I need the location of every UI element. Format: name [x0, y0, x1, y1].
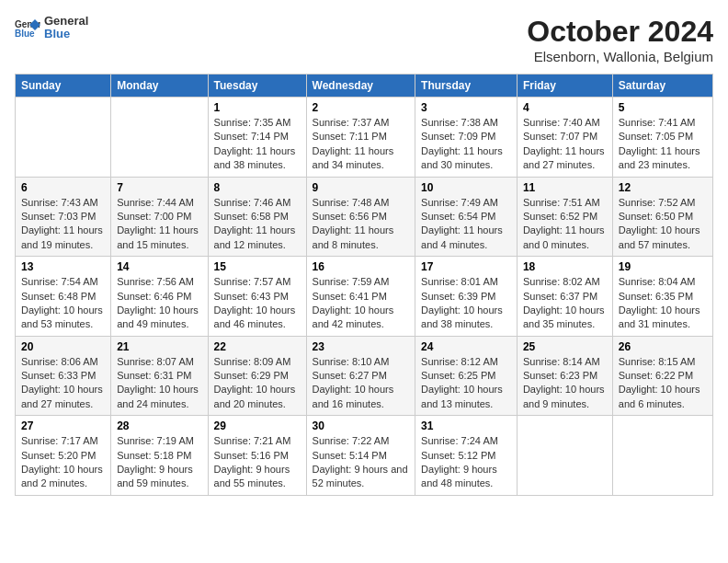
day-info: Sunrise: 7:22 AM Sunset: 5:14 PM Dayligh… — [313, 434, 410, 491]
day-number: 13 — [21, 260, 105, 273]
day-info: Sunrise: 7:41 AM Sunset: 7:05 PM Dayligh… — [619, 116, 707, 173]
day-info: Sunrise: 7:44 AM Sunset: 7:00 PM Dayligh… — [117, 196, 201, 253]
day-info: Sunrise: 7:48 AM Sunset: 6:56 PM Dayligh… — [313, 196, 410, 253]
column-header-thursday: Thursday — [415, 75, 518, 98]
day-number: 19 — [619, 260, 707, 273]
calendar-cell: 23Sunrise: 8:10 AM Sunset: 6:27 PM Dayli… — [306, 336, 415, 416]
calendar-week-row: 1Sunrise: 7:35 AM Sunset: 7:14 PM Daylig… — [16, 98, 713, 178]
calendar-cell: 31Sunrise: 7:24 AM Sunset: 5:12 PM Dayli… — [415, 416, 518, 496]
calendar-cell: 1Sunrise: 7:35 AM Sunset: 7:14 PM Daylig… — [208, 98, 306, 178]
day-number: 31 — [421, 419, 511, 432]
day-number: 2 — [313, 101, 410, 114]
calendar-cell: 19Sunrise: 8:04 AM Sunset: 6:35 PM Dayli… — [612, 257, 712, 337]
calendar-cell: 26Sunrise: 8:15 AM Sunset: 6:22 PM Dayli… — [612, 336, 712, 416]
day-info: Sunrise: 8:07 AM Sunset: 6:31 PM Dayligh… — [117, 355, 201, 412]
day-number: 26 — [619, 340, 707, 353]
logo-general-text: General — [44, 15, 88, 28]
day-number: 9 — [313, 181, 410, 194]
day-info: Sunrise: 8:14 AM Sunset: 6:23 PM Dayligh… — [523, 355, 607, 412]
day-number: 21 — [117, 340, 201, 353]
calendar-cell: 30Sunrise: 7:22 AM Sunset: 5:14 PM Dayli… — [306, 416, 415, 496]
calendar-cell — [517, 416, 612, 496]
day-info: Sunrise: 8:15 AM Sunset: 6:22 PM Dayligh… — [619, 355, 707, 412]
calendar-cell: 5Sunrise: 7:41 AM Sunset: 7:05 PM Daylig… — [612, 98, 712, 178]
column-header-monday: Monday — [111, 75, 208, 98]
day-number: 12 — [619, 181, 707, 194]
day-info: Sunrise: 8:12 AM Sunset: 6:25 PM Dayligh… — [421, 355, 511, 412]
svg-text:Blue: Blue — [15, 29, 35, 38]
calendar-cell: 17Sunrise: 8:01 AM Sunset: 6:39 PM Dayli… — [415, 257, 518, 337]
day-number: 22 — [214, 340, 301, 353]
calendar-week-row: 13Sunrise: 7:54 AM Sunset: 6:48 PM Dayli… — [16, 257, 713, 337]
calendar-cell: 15Sunrise: 7:57 AM Sunset: 6:43 PM Dayli… — [208, 257, 306, 337]
calendar-cell: 25Sunrise: 8:14 AM Sunset: 6:23 PM Dayli… — [517, 336, 612, 416]
calendar-week-row: 6Sunrise: 7:43 AM Sunset: 7:03 PM Daylig… — [16, 177, 713, 257]
calendar-cell: 20Sunrise: 8:06 AM Sunset: 6:33 PM Dayli… — [16, 336, 111, 416]
calendar-cell: 4Sunrise: 7:40 AM Sunset: 7:07 PM Daylig… — [517, 98, 612, 178]
day-info: Sunrise: 8:01 AM Sunset: 6:39 PM Dayligh… — [421, 275, 511, 332]
calendar-cell — [111, 98, 208, 178]
day-number: 15 — [214, 260, 301, 273]
day-number: 7 — [117, 181, 201, 194]
day-number: 4 — [523, 101, 607, 114]
calendar-week-row: 20Sunrise: 8:06 AM Sunset: 6:33 PM Dayli… — [16, 336, 713, 416]
day-info: Sunrise: 7:57 AM Sunset: 6:43 PM Dayligh… — [214, 275, 301, 332]
day-number: 23 — [313, 340, 410, 353]
calendar-cell: 8Sunrise: 7:46 AM Sunset: 6:58 PM Daylig… — [208, 177, 306, 257]
day-number: 29 — [214, 419, 301, 432]
column-header-tuesday: Tuesday — [208, 75, 306, 98]
calendar-cell: 2Sunrise: 7:37 AM Sunset: 7:11 PM Daylig… — [306, 98, 415, 178]
day-number: 3 — [421, 101, 511, 114]
page-header: General Blue General Blue October 2024 E… — [15, 15, 713, 64]
day-info: Sunrise: 7:35 AM Sunset: 7:14 PM Dayligh… — [214, 116, 301, 173]
day-info: Sunrise: 7:54 AM Sunset: 6:48 PM Dayligh… — [21, 275, 105, 332]
calendar-cell: 6Sunrise: 7:43 AM Sunset: 7:03 PM Daylig… — [16, 177, 111, 257]
calendar-week-row: 27Sunrise: 7:17 AM Sunset: 5:20 PM Dayli… — [16, 416, 713, 496]
calendar-header-row: SundayMondayTuesdayWednesdayThursdayFrid… — [16, 75, 713, 98]
day-number: 16 — [313, 260, 410, 273]
calendar-cell: 3Sunrise: 7:38 AM Sunset: 7:09 PM Daylig… — [415, 98, 518, 178]
day-info: Sunrise: 7:37 AM Sunset: 7:11 PM Dayligh… — [313, 116, 410, 173]
calendar-cell: 11Sunrise: 7:51 AM Sunset: 6:52 PM Dayli… — [517, 177, 612, 257]
day-number: 10 — [421, 181, 511, 194]
calendar-cell: 10Sunrise: 7:49 AM Sunset: 6:54 PM Dayli… — [415, 177, 518, 257]
calendar-table: SundayMondayTuesdayWednesdayThursdayFrid… — [15, 74, 713, 496]
day-number: 8 — [214, 181, 301, 194]
column-header-saturday: Saturday — [612, 75, 712, 98]
calendar-subtitle: Elsenborn, Wallonia, Belgium — [527, 49, 713, 64]
day-info: Sunrise: 7:51 AM Sunset: 6:52 PM Dayligh… — [523, 196, 607, 253]
day-number: 11 — [523, 181, 607, 194]
logo-blue-text: Blue — [44, 28, 88, 40]
calendar-cell: 18Sunrise: 8:02 AM Sunset: 6:37 PM Dayli… — [517, 257, 612, 337]
day-number: 20 — [21, 340, 105, 353]
day-info: Sunrise: 8:10 AM Sunset: 6:27 PM Dayligh… — [313, 355, 410, 412]
day-number: 14 — [117, 260, 201, 273]
calendar-cell: 14Sunrise: 7:56 AM Sunset: 6:46 PM Dayli… — [111, 257, 208, 337]
day-info: Sunrise: 7:56 AM Sunset: 6:46 PM Dayligh… — [117, 275, 201, 332]
calendar-cell: 9Sunrise: 7:48 AM Sunset: 6:56 PM Daylig… — [306, 177, 415, 257]
calendar-cell: 29Sunrise: 7:21 AM Sunset: 5:16 PM Dayli… — [208, 416, 306, 496]
day-number: 5 — [619, 101, 707, 114]
day-number: 24 — [421, 340, 511, 353]
day-number: 30 — [313, 419, 410, 432]
column-header-wednesday: Wednesday — [306, 75, 415, 98]
calendar-cell: 28Sunrise: 7:19 AM Sunset: 5:18 PM Dayli… — [111, 416, 208, 496]
day-info: Sunrise: 7:49 AM Sunset: 6:54 PM Dayligh… — [421, 196, 511, 253]
day-info: Sunrise: 8:04 AM Sunset: 6:35 PM Dayligh… — [619, 275, 707, 332]
calendar-cell: 27Sunrise: 7:17 AM Sunset: 5:20 PM Dayli… — [16, 416, 111, 496]
calendar-cell: 22Sunrise: 8:09 AM Sunset: 6:29 PM Dayli… — [208, 336, 306, 416]
day-number: 1 — [214, 101, 301, 114]
calendar-cell: 21Sunrise: 8:07 AM Sunset: 6:31 PM Dayli… — [111, 336, 208, 416]
day-info: Sunrise: 7:19 AM Sunset: 5:18 PM Dayligh… — [117, 434, 201, 491]
day-info: Sunrise: 8:09 AM Sunset: 6:29 PM Dayligh… — [214, 355, 301, 412]
day-info: Sunrise: 7:43 AM Sunset: 7:03 PM Dayligh… — [21, 196, 105, 253]
day-info: Sunrise: 7:46 AM Sunset: 6:58 PM Dayligh… — [214, 196, 301, 253]
column-header-sunday: Sunday — [16, 75, 111, 98]
day-number: 18 — [523, 260, 607, 273]
day-number: 27 — [21, 419, 105, 432]
logo: General Blue General Blue — [15, 15, 88, 41]
day-info: Sunrise: 7:17 AM Sunset: 5:20 PM Dayligh… — [21, 434, 105, 491]
day-info: Sunrise: 7:52 AM Sunset: 6:50 PM Dayligh… — [619, 196, 707, 253]
calendar-cell: 12Sunrise: 7:52 AM Sunset: 6:50 PM Dayli… — [612, 177, 712, 257]
day-info: Sunrise: 7:59 AM Sunset: 6:41 PM Dayligh… — [313, 275, 410, 332]
